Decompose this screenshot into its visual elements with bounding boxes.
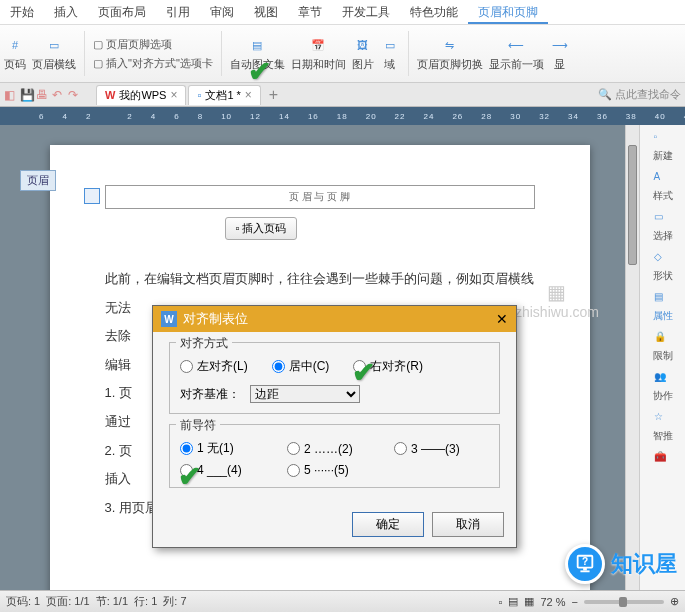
ribbon-toolbar: # 页码 ▭ 页眉横线 ▢ 页眉页脚选项 ▢ 插入"对齐方式"选项卡 ▤ 自动图… bbox=[0, 25, 685, 83]
view-mode-icon[interactable]: ▤ bbox=[508, 595, 518, 608]
dialog-titlebar[interactable]: W 对齐制表位 ✕ bbox=[153, 306, 516, 332]
header-line-icon: ▭ bbox=[44, 35, 64, 55]
zoom-level[interactable]: 72 % bbox=[540, 596, 565, 608]
style-icon: A bbox=[654, 171, 672, 187]
side-limit[interactable]: 🔒限制 bbox=[653, 331, 673, 363]
date-time-button[interactable]: 📅 日期和时间 bbox=[291, 35, 346, 72]
side-new[interactable]: ▫新建 bbox=[653, 131, 673, 163]
save-icon[interactable]: 💾 bbox=[20, 88, 34, 102]
side-style[interactable]: A样式 bbox=[653, 171, 673, 203]
page-icon: ▢ bbox=[93, 38, 103, 51]
tab-header-footer[interactable]: 页眉和页脚 bbox=[468, 0, 548, 24]
field-button[interactable]: ▭ 域 bbox=[380, 35, 400, 72]
radio-leader-2[interactable]: 2 ……(2) bbox=[287, 440, 382, 457]
tab-dev[interactable]: 开发工具 bbox=[332, 0, 400, 24]
radio-leader-5[interactable]: 5 ······(5) bbox=[287, 463, 382, 477]
close-icon[interactable]: ✕ bbox=[496, 311, 508, 327]
doc-icon: ▫ bbox=[197, 89, 201, 101]
radio-leader-3[interactable]: 3 ——(3) bbox=[394, 440, 489, 457]
star-icon: ☆ bbox=[654, 411, 672, 427]
tab-ref[interactable]: 引用 bbox=[156, 0, 200, 24]
align-base-label: 对齐基准： bbox=[180, 386, 240, 403]
toolbox-icon: 🧰 bbox=[654, 451, 672, 467]
show-next-button[interactable]: ⟶ 显 bbox=[550, 35, 570, 72]
side-properties[interactable]: ▤属性 bbox=[653, 291, 673, 323]
annotation-checkmark: ✔ bbox=[352, 356, 375, 389]
add-tab-button[interactable]: + bbox=[263, 86, 284, 104]
insert-page-number-button[interactable]: ▫ 插入页码 bbox=[225, 217, 298, 240]
people-icon: 👥 bbox=[654, 371, 672, 387]
ok-button[interactable]: 确定 bbox=[352, 512, 424, 537]
show-prev-button[interactable]: ⟵ 显示前一项 bbox=[489, 35, 544, 72]
zoom-in-button[interactable]: ⊕ bbox=[670, 595, 679, 608]
radio-center-align[interactable]: 居中(C) bbox=[272, 358, 330, 375]
tab-special[interactable]: 特色功能 bbox=[400, 0, 468, 24]
view-mode-icon[interactable]: ▫ bbox=[499, 596, 503, 608]
zoom-out-button[interactable]: − bbox=[572, 596, 578, 608]
side-recommend[interactable]: ☆智推 bbox=[653, 411, 673, 443]
side-shape[interactable]: ◇形状 bbox=[653, 251, 673, 283]
undo-icon[interactable]: ↶ bbox=[52, 88, 66, 102]
picture-button[interactable]: 🖼 图片 bbox=[352, 35, 374, 72]
search-icon: 🔍 bbox=[598, 88, 612, 101]
svg-rect-1 bbox=[583, 568, 587, 571]
side-collab[interactable]: 👥协作 bbox=[653, 371, 673, 403]
prop-icon: ▤ bbox=[654, 291, 672, 307]
calendar-icon: 📅 bbox=[308, 35, 328, 55]
vertical-scrollbar[interactable] bbox=[625, 125, 639, 590]
zoom-thumb[interactable] bbox=[619, 597, 627, 607]
app-icon: ◧ bbox=[4, 88, 18, 102]
align-tab-dialog: W 对齐制表位 ✕ 对齐方式 左对齐(L) 居中(C) 右对齐(R) 对齐基准：… bbox=[152, 305, 517, 548]
redo-icon[interactable]: ↷ bbox=[68, 88, 82, 102]
print-icon[interactable]: 🖶 bbox=[36, 88, 50, 102]
header-line-button[interactable]: ▭ 页眉横线 bbox=[32, 35, 76, 72]
label: 页眉页脚切换 bbox=[417, 57, 483, 72]
wps-icon: W bbox=[105, 89, 115, 101]
scrollbar-thumb[interactable] bbox=[628, 145, 637, 265]
side-select[interactable]: ▭选择 bbox=[653, 211, 673, 243]
site-logo: ? 知识屋 bbox=[565, 544, 677, 584]
annotation-checkmark: ✔ bbox=[248, 55, 271, 88]
label: 日期和时间 bbox=[291, 57, 346, 72]
next-icon: ⟶ bbox=[550, 35, 570, 55]
radio-left-align[interactable]: 左对齐(L) bbox=[180, 358, 248, 375]
alignment-group: 对齐方式 左对齐(L) 居中(C) 右对齐(R) 对齐基准： 边距 bbox=[169, 342, 500, 414]
header-tag-label: 页眉 bbox=[20, 170, 56, 191]
status-bar: 页码: 1 页面: 1/1 节: 1/1 行: 1 列: 7 ▫ ▤ ▦ 72 … bbox=[0, 590, 685, 612]
align-base-select[interactable]: 边距 bbox=[250, 385, 360, 403]
insert-align-tab-button[interactable]: ▢ 插入"对齐方式"选项卡 bbox=[93, 56, 213, 71]
side-more[interactable]: 🧰 bbox=[654, 451, 672, 467]
separator bbox=[408, 31, 409, 76]
logo-text: 知识屋 bbox=[611, 549, 677, 579]
tab-review[interactable]: 审阅 bbox=[200, 0, 244, 24]
shape-icon: ◇ bbox=[654, 251, 672, 267]
separator bbox=[84, 31, 85, 76]
tab-chapter[interactable]: 章节 bbox=[288, 0, 332, 24]
page-header-area[interactable]: 页 眉 与 页 脚 bbox=[105, 185, 535, 209]
doc-tab-wps[interactable]: W 我的WPS × bbox=[96, 85, 186, 105]
prev-icon: ⟵ bbox=[506, 35, 526, 55]
tab-start[interactable]: 开始 bbox=[0, 0, 44, 24]
tab-insert[interactable]: 插入 bbox=[44, 0, 88, 24]
page-number-button[interactable]: # 页码 bbox=[4, 35, 26, 72]
status-page: 页码: 1 bbox=[6, 594, 40, 609]
tab-layout[interactable]: 页面布局 bbox=[88, 0, 156, 24]
label: 显示前一项 bbox=[489, 57, 544, 72]
zoom-slider[interactable] bbox=[584, 600, 664, 604]
cancel-button[interactable]: 取消 bbox=[432, 512, 504, 537]
status-col: 列: 7 bbox=[163, 594, 186, 609]
view-mode-icon[interactable]: ▦ bbox=[524, 595, 534, 608]
ribbon-tabs: 开始 插入 页面布局 引用 审阅 视图 章节 开发工具 特色功能 页眉和页脚 bbox=[0, 0, 685, 25]
new-icon: ▫ bbox=[654, 131, 672, 147]
hf-switch-button[interactable]: ⇋ 页眉页脚切换 bbox=[417, 35, 483, 72]
hf-option-check[interactable]: ▢ 页眉页脚选项 bbox=[93, 37, 213, 52]
horizontal-ruler[interactable]: 6422468101214161820222426283032343638404… bbox=[0, 107, 685, 125]
close-icon[interactable]: × bbox=[245, 88, 252, 102]
radio-leader-1[interactable]: 1 无(1) bbox=[180, 440, 275, 457]
close-icon[interactable]: × bbox=[170, 88, 177, 102]
document-tabs-bar: ◧ 💾 🖶 ↶ ↷ W 我的WPS × ▫ 文档1 * × + 🔍 点此查找命令 bbox=[0, 83, 685, 107]
tab-view[interactable]: 视图 bbox=[244, 0, 288, 24]
logo-icon: ? bbox=[565, 544, 605, 584]
command-search[interactable]: 🔍 点此查找命令 bbox=[598, 87, 681, 102]
label: 页码 bbox=[4, 57, 26, 72]
